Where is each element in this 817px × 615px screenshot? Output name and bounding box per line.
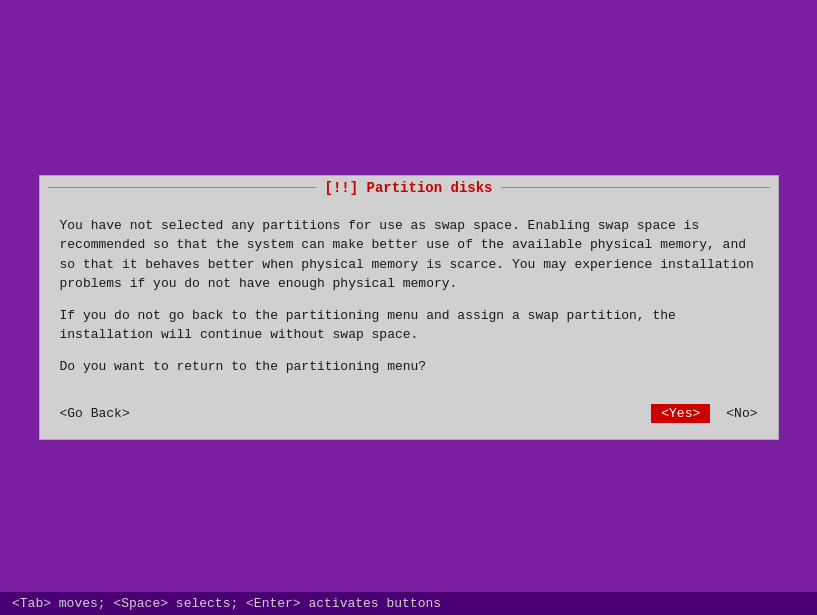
status-bar: <Tab> moves; <Space> selects; <Enter> ac… — [0, 592, 817, 615]
dialog-title: [!!] Partition disks — [324, 180, 492, 196]
no-button[interactable]: <No> — [726, 404, 757, 423]
dialog-paragraph-1: You have not selected any partitions for… — [60, 216, 758, 294]
status-bar-text: <Tab> moves; <Space> selects; <Enter> ac… — [12, 596, 441, 611]
dialog-body: You have not selected any partitions for… — [40, 200, 778, 393]
dialog-container: [!!] Partition disks You have not select… — [39, 175, 779, 441]
screen: [!!] Partition disks You have not select… — [0, 0, 817, 615]
dialog-title-bar: [!!] Partition disks — [40, 176, 778, 200]
right-buttons: <Yes> <No> — [651, 404, 757, 423]
dialog-paragraph-2: If you do not go back to the partitionin… — [60, 306, 758, 345]
dialog-paragraph-3: Do you want to return to the partitionin… — [60, 357, 758, 377]
dialog-buttons: <Go Back> <Yes> <No> — [40, 392, 778, 439]
go-back-button[interactable]: <Go Back> — [60, 406, 130, 421]
yes-button[interactable]: <Yes> — [651, 404, 710, 423]
